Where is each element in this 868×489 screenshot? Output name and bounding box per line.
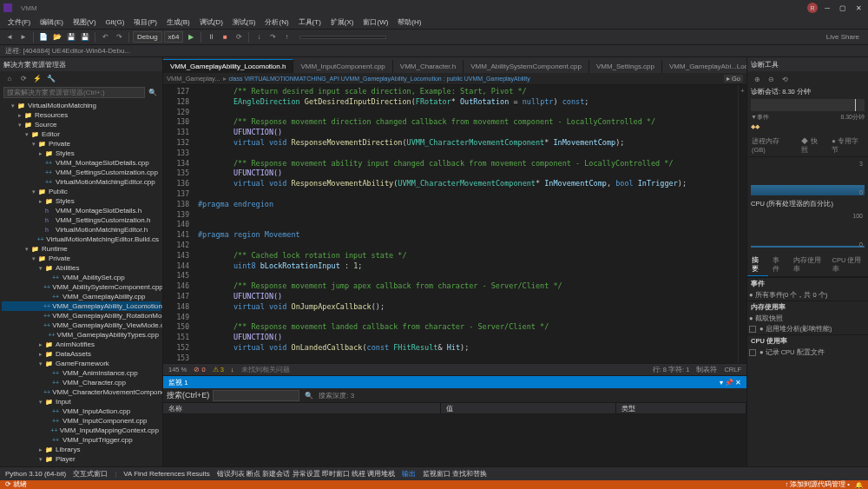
status-item[interactable]: 异常设置 bbox=[293, 470, 320, 478]
tree-item[interactable]: ++VMM_GameplayAbility_Locomotion.cpp bbox=[2, 301, 161, 311]
search-icon[interactable]: 🔍 bbox=[303, 389, 315, 401]
interactive[interactable]: 交互式窗口 bbox=[73, 469, 108, 479]
tree-item[interactable]: ▾📁Source bbox=[2, 120, 161, 129]
status-item[interactable]: 调用堆栈 bbox=[367, 470, 395, 478]
tree-item[interactable]: ++VMM_InputTrigger.cpp bbox=[2, 435, 161, 445]
status-item[interactable]: 线程 bbox=[352, 470, 365, 478]
maximize-button[interactable]: ▢ bbox=[837, 2, 849, 14]
menu-x[interactable]: 扩展(X) bbox=[326, 17, 358, 28]
errors[interactable]: ⊘ 0 bbox=[194, 366, 205, 373]
diag-tab-private[interactable]: ● 专用字节 bbox=[827, 135, 868, 156]
tree-item[interactable]: ▸📁Resources bbox=[2, 110, 161, 120]
diag-reset-icon[interactable]: ⟲ bbox=[779, 73, 791, 85]
solution-search-input[interactable] bbox=[3, 87, 145, 98]
status-item[interactable]: 监视窗口 bbox=[423, 470, 450, 478]
sync-icon[interactable]: ⟳ bbox=[17, 72, 30, 84]
tree-item[interactable]: ++VMM_InputAction.cpp bbox=[2, 406, 161, 416]
save-icon[interactable]: 💾 bbox=[65, 31, 77, 43]
nav-fwd-icon[interactable]: ► bbox=[17, 31, 30, 43]
zoom[interactable]: 145 % bbox=[168, 366, 187, 373]
go-button[interactable]: ▸Go bbox=[724, 75, 743, 83]
search-icon[interactable]: 🔍 bbox=[147, 86, 159, 98]
editor-tab[interactable]: VMM_Character.h bbox=[393, 60, 464, 73]
col-value[interactable]: 值 bbox=[441, 403, 616, 413]
breadcrumb-file[interactable]: VMM_Gameplay... bbox=[167, 75, 220, 83]
diag-zoom-out-icon[interactable]: ⊖ bbox=[765, 73, 777, 85]
col-name[interactable]: 名称 bbox=[163, 403, 441, 413]
watch-search-input[interactable] bbox=[213, 390, 299, 401]
watch-depth[interactable]: 搜索深度: 3 bbox=[319, 391, 354, 400]
menu-n[interactable]: 分析(N) bbox=[260, 17, 293, 28]
source-control[interactable]: ↑ 添加到源代码管理 • bbox=[785, 480, 850, 489]
tree-item[interactable]: ▾📁Public bbox=[2, 187, 161, 196]
menu-p[interactable]: 项目(P) bbox=[129, 17, 161, 28]
minimize-button[interactable]: ─ bbox=[821, 2, 833, 14]
close-button[interactable]: ✕ bbox=[852, 2, 865, 14]
nav-back-icon[interactable]: ◄ bbox=[3, 31, 16, 43]
tree-item[interactable]: ++VirtualMotionMatchingEditor.cpp bbox=[2, 177, 161, 187]
new-icon[interactable]: 📄 bbox=[37, 31, 49, 43]
notification-icon[interactable]: 🔔 bbox=[855, 481, 863, 489]
menu-w[interactable]: 窗口(W) bbox=[358, 17, 392, 28]
tree-item[interactable]: ▸📁Styles bbox=[2, 196, 161, 206]
tree-item[interactable]: ++VMM_AbilitySet.cpp bbox=[2, 273, 161, 282]
python-env[interactable]: Python 3.10 (64-bit) bbox=[5, 470, 66, 478]
tree-item[interactable]: hVirtualMotionMatchingEditor.h bbox=[2, 225, 161, 235]
breadcrumb-scope[interactable]: class VIRTUALMOTIONMATCHING_API UVMM_Gam… bbox=[229, 76, 530, 82]
diag-zoom-in-icon[interactable]: ⊕ bbox=[751, 73, 763, 85]
minimap[interactable]: + bbox=[738, 85, 746, 363]
step-into-icon[interactable]: ↓ bbox=[253, 31, 265, 43]
tree-item[interactable]: ++VMM_CharacterMovementComponent.cpp bbox=[2, 387, 161, 397]
tree-item[interactable]: ▾📁Player bbox=[2, 454, 161, 464]
tree-item[interactable]: ++VMM_AnimInstance.cpp bbox=[2, 368, 161, 378]
diag-tab-memory[interactable]: 进程内存 (GB) bbox=[747, 135, 797, 156]
tree-item[interactable]: ▸📁Styles bbox=[2, 149, 161, 158]
props-icon[interactable]: 🔧 bbox=[45, 72, 57, 84]
tree-item[interactable]: ++VMM_Character.cpp bbox=[2, 378, 161, 387]
memory-graph[interactable]: 3 0 bbox=[751, 161, 865, 195]
save-all-icon[interactable]: 💾 bbox=[79, 31, 91, 43]
filter-icon[interactable]: ⚡ bbox=[31, 72, 43, 84]
status-item[interactable]: 断点 bbox=[247, 470, 260, 478]
eol[interactable]: CRLF bbox=[724, 366, 741, 374]
warnings[interactable]: ⚠ 3 bbox=[213, 366, 224, 373]
diag-tab-snapshot[interactable]: ◆ 快照 bbox=[797, 135, 827, 156]
editor-tab[interactable]: VMM_InputComponent.cpp bbox=[293, 60, 392, 73]
home-icon[interactable]: ⌂ bbox=[3, 72, 16, 84]
tree-item[interactable]: ++VMM_AbilitySystemComponent.cpp bbox=[2, 282, 161, 292]
cpu-checkbox[interactable]: ● 记录 CPU 配置文件 bbox=[747, 347, 868, 358]
menu-f[interactable]: 文件(F) bbox=[3, 17, 35, 28]
pause-icon[interactable]: ⏸ bbox=[205, 31, 217, 43]
tree-item[interactable]: ▾📁GameFramework bbox=[2, 359, 161, 368]
editor-tab[interactable]: VMM_GameplayAbi...Locomotion.cpp bbox=[662, 60, 746, 73]
menu-e[interactable]: 编辑(E) bbox=[36, 17, 68, 28]
platform-combo[interactable]: x64 bbox=[164, 31, 184, 43]
tree-item[interactable]: ▾📁Runtime bbox=[2, 244, 161, 254]
continue-icon[interactable]: ▶ bbox=[185, 31, 197, 43]
tree-item[interactable]: ▸📁Librarys bbox=[2, 445, 161, 454]
editor-tab[interactable]: VMM_AbilitySystemComponent.cpp bbox=[464, 60, 589, 73]
menu-v[interactable]: 视图(V) bbox=[69, 17, 101, 28]
menu-h[interactable]: 帮助(H) bbox=[393, 17, 425, 28]
status-item[interactable]: 错误列表 bbox=[217, 470, 245, 478]
snapshot-action[interactable]: ● 截取快照 bbox=[747, 314, 868, 324]
code-editor[interactable]: 127 128 129 130 131 132 133 134 135 136 … bbox=[163, 85, 746, 363]
menu-t[interactable]: 工具(T) bbox=[294, 17, 326, 28]
live-share[interactable]: Live Share bbox=[821, 33, 865, 41]
editor-tab[interactable]: VMM_Settings.cpp bbox=[589, 60, 662, 73]
user-avatar[interactable]: R bbox=[807, 3, 818, 13]
tree-item[interactable]: hVMM_SettingsCustomization.h bbox=[2, 215, 161, 225]
menu-d[interactable]: 调试(D) bbox=[195, 17, 227, 28]
tree-item[interactable]: ▸📁AnimNotifies bbox=[2, 340, 161, 349]
tree-item[interactable]: ▾📁Private bbox=[2, 139, 161, 149]
step-over-icon[interactable]: ↷ bbox=[266, 31, 279, 43]
tree-item[interactable]: ▸📁DataAssets bbox=[2, 349, 161, 359]
diag-tab-mem-use[interactable]: 内存使用率 bbox=[789, 254, 828, 276]
status-item[interactable]: 即时窗口 bbox=[322, 470, 350, 478]
diag-tab-events[interactable]: 事件 bbox=[768, 254, 789, 276]
tree-item[interactable]: ▾📁Abilities bbox=[2, 263, 161, 273]
col-type[interactable]: 类型 bbox=[616, 403, 746, 413]
undo-icon[interactable]: ↶ bbox=[99, 31, 111, 43]
cpu-graph[interactable]: 100 0 bbox=[751, 213, 865, 248]
tree-item[interactable]: ++VMM_GameplayAbilityTypes.cpp bbox=[2, 330, 161, 340]
